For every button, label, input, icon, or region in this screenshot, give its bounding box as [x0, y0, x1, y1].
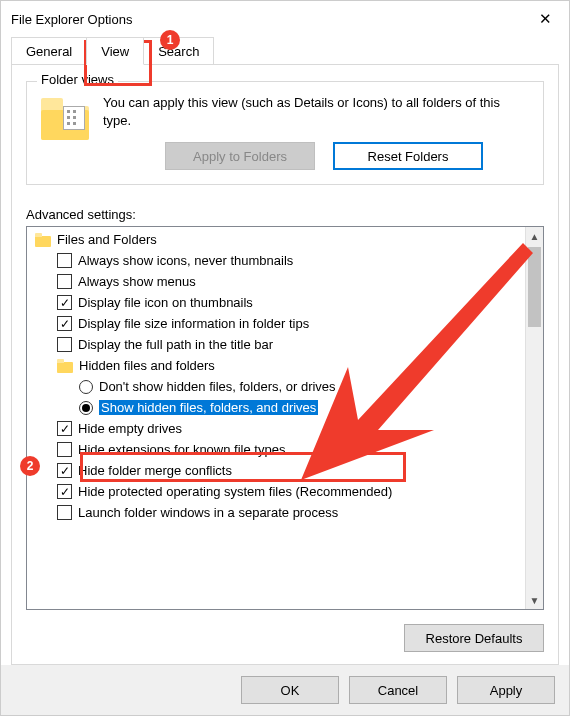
scrollbar-thumb[interactable] — [528, 247, 541, 327]
tree-item-label: Show hidden files, folders, and drives — [99, 400, 318, 415]
folder-views-text: You can apply this view (such as Details… — [103, 94, 529, 130]
advanced-settings-label: Advanced settings: — [26, 207, 544, 222]
scroll-up-button[interactable]: ▲ — [526, 227, 543, 245]
scrollbar-track[interactable] — [526, 245, 543, 591]
tree-item[interactable]: ✓Hide folder merge conflicts — [29, 460, 525, 481]
tree-item[interactable]: Hide extensions for known file types — [29, 439, 525, 460]
file-explorer-options-dialog: File Explorer Options ✕ General View Sea… — [0, 0, 570, 716]
checkbox[interactable] — [57, 253, 72, 268]
checkbox[interactable] — [57, 274, 72, 289]
tab-view[interactable]: View — [86, 37, 144, 65]
apply-button[interactable]: Apply — [457, 676, 555, 704]
radio[interactable] — [79, 380, 93, 394]
tree-item[interactable]: Always show menus — [29, 271, 525, 292]
tree-item-label: Hide folder merge conflicts — [78, 463, 232, 478]
tree-item-label: Display file icon on thumbnails — [78, 295, 253, 310]
checkbox[interactable] — [57, 505, 72, 520]
dialog-button-bar: OK Cancel Apply — [1, 665, 569, 715]
checkbox[interactable]: ✓ — [57, 484, 72, 499]
close-button[interactable]: ✕ — [521, 2, 569, 36]
tree-item-label: Display the full path in the title bar — [78, 337, 273, 352]
tree-item-label: Hide extensions for known file types — [78, 442, 285, 457]
scrollbar[interactable]: ▲ ▼ — [525, 227, 543, 609]
tree-item[interactable]: Always show icons, never thumbnails — [29, 250, 525, 271]
tree-item[interactable]: Show hidden files, folders, and drives — [29, 397, 525, 418]
dialog-title: File Explorer Options — [11, 12, 132, 27]
checkbox[interactable]: ✓ — [57, 316, 72, 331]
tree-item-label: Always show icons, never thumbnails — [78, 253, 293, 268]
radio[interactable] — [79, 401, 93, 415]
tree-item-label: Hidden files and folders — [79, 358, 215, 373]
tree-item[interactable]: ✓Hide protected operating system files (… — [29, 481, 525, 502]
tree-item[interactable]: Hidden files and folders — [29, 355, 525, 376]
checkbox[interactable] — [57, 442, 72, 457]
tree-item[interactable]: Don't show hidden files, folders, or dri… — [29, 376, 525, 397]
close-icon: ✕ — [539, 10, 552, 28]
checkbox[interactable]: ✓ — [57, 463, 72, 478]
folder-icon — [35, 233, 51, 247]
folder-views-title: Folder views — [37, 72, 118, 87]
scroll-down-button[interactable]: ▼ — [526, 591, 543, 609]
checkbox[interactable]: ✓ — [57, 295, 72, 310]
tab-strip: General View Search — [11, 37, 569, 65]
tab-general[interactable]: General — [11, 37, 87, 65]
reset-folders-button[interactable]: Reset Folders — [333, 142, 483, 170]
tab-panel-view: Folder views You can ap — [11, 64, 559, 665]
tab-search[interactable]: Search — [143, 37, 214, 65]
tree-item[interactable]: ✓Display file size information in folder… — [29, 313, 525, 334]
tree-item-label: Files and Folders — [57, 232, 157, 247]
tree-item-label: Hide empty drives — [78, 421, 182, 436]
cancel-button[interactable]: Cancel — [349, 676, 447, 704]
folder-icon — [57, 359, 73, 373]
restore-defaults-button[interactable]: Restore Defaults — [404, 624, 544, 652]
tree-item-label: Display file size information in folder … — [78, 316, 309, 331]
apply-to-folders-button: Apply to Folders — [165, 142, 315, 170]
tree-item[interactable]: ✓Hide empty drives — [29, 418, 525, 439]
folder-views-group: Folder views You can ap — [26, 81, 544, 185]
titlebar: File Explorer Options ✕ — [1, 1, 569, 37]
tree-item[interactable]: Launch folder windows in a separate proc… — [29, 502, 525, 523]
folder-icon — [41, 94, 89, 140]
advanced-settings-tree[interactable]: Files and FoldersAlways show icons, neve… — [26, 226, 544, 610]
tree-item[interactable]: ✓Display file icon on thumbnails — [29, 292, 525, 313]
tree-item-label: Hide protected operating system files (R… — [78, 484, 392, 499]
checkbox[interactable] — [57, 337, 72, 352]
tree-item-label: Launch folder windows in a separate proc… — [78, 505, 338, 520]
ok-button[interactable]: OK — [241, 676, 339, 704]
checkbox[interactable]: ✓ — [57, 421, 72, 436]
tree-item[interactable]: Display the full path in the title bar — [29, 334, 525, 355]
tree-item[interactable]: Files and Folders — [29, 229, 525, 250]
tree-item-label: Always show menus — [78, 274, 196, 289]
tree-item-label: Don't show hidden files, folders, or dri… — [99, 379, 336, 394]
